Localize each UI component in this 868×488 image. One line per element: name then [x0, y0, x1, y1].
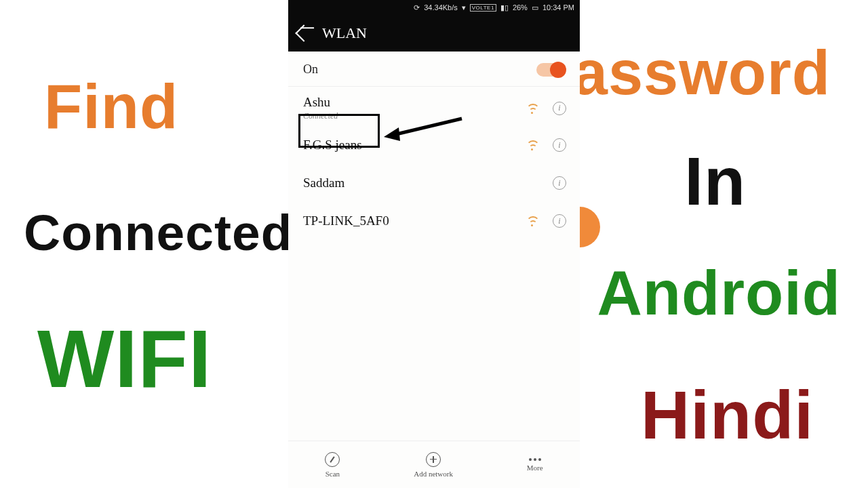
page-title: WLAN: [322, 24, 367, 42]
network-name: TP-LINK_5AF0: [303, 214, 526, 228]
status-battery-pct: 26%: [513, 3, 528, 12]
highlight-box: [298, 114, 380, 148]
overlay-word-hindi: Hindi: [641, 376, 814, 454]
status-bar: ⟳ 34.34Kb/s ▾ VOLTE1 ▮▯ 26% ▭ 10:34 PM: [288, 0, 580, 15]
wlan-toggle-switch[interactable]: [536, 63, 565, 77]
status-sync-icon: ⟳: [414, 3, 420, 12]
add-network-button[interactable]: Add network: [414, 452, 453, 478]
compass-icon: [325, 452, 340, 467]
phone-mockup: ⟳ 34.34Kb/s ▾ VOLTE1 ▮▯ 26% ▭ 10:34 PM W…: [288, 0, 580, 488]
more-button[interactable]: More: [527, 458, 543, 472]
svg-marker-1: [384, 127, 400, 141]
info-icon[interactable]: i: [553, 102, 566, 115]
status-battery-icon: ▭: [532, 3, 538, 12]
more-dots-icon: [529, 458, 541, 461]
bottom-nav: Scan Add network More: [288, 441, 580, 488]
network-item[interactable]: Saddam i: [288, 161, 580, 205]
status-net-speed: 34.34Kb/s: [424, 3, 458, 12]
network-name: Saddam: [303, 176, 526, 190]
add-network-label: Add network: [414, 470, 453, 478]
svg-line-0: [391, 119, 462, 136]
status-time: 10:34 PM: [542, 3, 574, 12]
wlan-toggle-label: On: [303, 62, 318, 77]
status-wifi-icon: ▾: [462, 3, 466, 12]
network-name: Ashu: [303, 95, 526, 110]
overlay-word-find: Find: [44, 71, 178, 142]
info-icon[interactable]: i: [553, 214, 566, 228]
back-icon[interactable]: [295, 24, 312, 41]
overlay-word-in: In: [684, 142, 746, 220]
annotation-arrow: [384, 115, 465, 142]
overlay-word-connected: Connected: [24, 203, 293, 262]
wifi-signal-icon: [526, 139, 538, 151]
status-signal-icon: ▮▯: [500, 3, 509, 12]
network-item[interactable]: TP-LINK_5AF0 i: [288, 205, 580, 237]
info-icon[interactable]: i: [553, 176, 566, 190]
more-label: More: [527, 464, 543, 472]
status-volte-badge: VOLTE1: [470, 4, 496, 12]
decoration-half-circle: [580, 207, 600, 247]
wlan-toggle-row[interactable]: On: [288, 52, 580, 87]
info-icon[interactable]: i: [553, 138, 566, 152]
overlay-word-android: Android: [597, 258, 841, 329]
wifi-signal-icon: [526, 102, 538, 115]
scan-label: Scan: [326, 470, 340, 478]
wifi-signal-icon: [526, 215, 538, 227]
overlay-word-wifi: WIFI: [37, 312, 212, 405]
scan-button[interactable]: Scan: [325, 452, 340, 478]
app-bar: WLAN: [288, 15, 580, 52]
plus-icon: [426, 452, 441, 467]
